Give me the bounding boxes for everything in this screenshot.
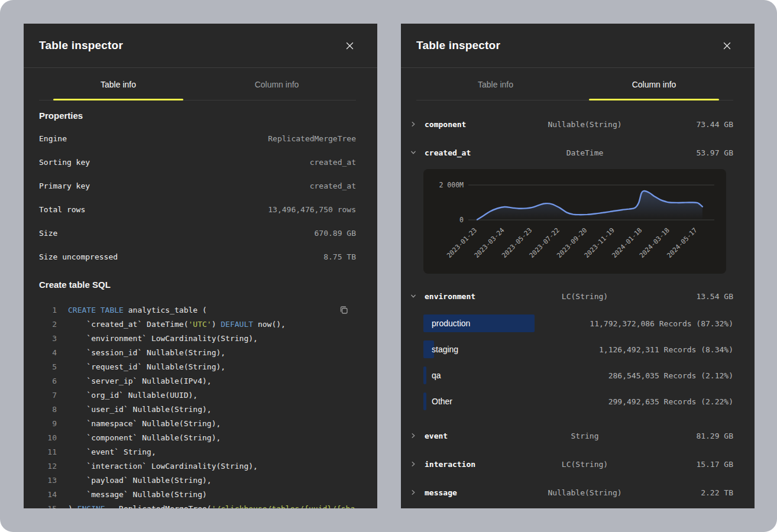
prop-row-sorting-key: Sorting keycreated_at (39, 150, 356, 174)
value-label: Other (423, 397, 452, 406)
prop-value: created_at (310, 181, 356, 190)
sql-line-9: 9 `namespace` Nullable(String), (39, 416, 356, 430)
prop-value: 13,496,476,750 rows (268, 205, 356, 214)
active-tab-underline (53, 99, 183, 100)
column-size: 81.29 GB (633, 432, 733, 440)
chevron-right-icon (410, 489, 416, 495)
prop-value: 670.89 GB (315, 229, 356, 238)
column-name: message (425, 488, 537, 497)
sql-token-plain: now(), (253, 320, 286, 329)
sql-line-15: 15) ENGINE = ReplicatedMergeTree('/click… (39, 501, 356, 508)
chevron-right-icon (410, 433, 416, 439)
tab-table-info[interactable]: Table info (39, 68, 198, 100)
prop-row-primary-key: Primary keycreated_at (39, 174, 356, 197)
value-label: production (423, 319, 470, 328)
value-records: 1,126,492,311 Records (8.34%) (599, 345, 733, 354)
tab-label: Column info (255, 80, 299, 89)
tab-label: Column info (632, 80, 676, 89)
tab-column-info[interactable]: Column info (198, 68, 356, 100)
prop-row-total-rows: Total rows13,496,476,750 rows (39, 197, 356, 221)
chevron (410, 461, 425, 467)
chevron-right-icon (410, 461, 416, 467)
prop-value: 8.75 TB (323, 252, 356, 261)
sql-token-plain: `org_id` Nullable(UUID), (68, 391, 198, 400)
column-type: DateTime (537, 148, 633, 157)
line-number: 12 (39, 462, 57, 471)
tab-column-info[interactable]: Column info (575, 68, 733, 100)
sql-token-plain: ) (212, 320, 221, 329)
column-type: LC(String) (537, 460, 633, 469)
table-info-body: Properties EngineReplicatedMergeTreeSort… (24, 110, 377, 508)
tab-bar: Table info Column info (39, 68, 356, 100)
dialog-header: Table inspector (401, 24, 755, 68)
prop-label: Primary key (39, 181, 90, 190)
column-row-created_at[interactable]: created_atDateTime53.97 GB (401, 138, 755, 167)
chevron-right-icon (410, 121, 416, 127)
column-type: Nullable(String) (537, 488, 633, 497)
sql-token-keyword: ENGINE (77, 504, 105, 509)
tab-label: Table info (478, 80, 513, 89)
sql-token-string: 'UTC' (189, 320, 212, 329)
line-number: 3 (39, 334, 57, 343)
sql-token-plain: `user_id` Nullable(String), (68, 405, 212, 414)
tab-underline (212, 99, 342, 100)
close-icon (346, 42, 354, 50)
prop-row-size-uncompressed: Size uncompressed8.75 TB (39, 245, 356, 268)
sql-token-plain: = ReplicatedMergeTree( (105, 504, 212, 509)
column-name: component (425, 120, 537, 129)
column-row-interaction[interactable]: interactionLC(String)15.17 GB (401, 450, 755, 478)
value-records: 299,492,635 Records (2.22%) (608, 397, 733, 406)
column-row-message[interactable]: messageNullable(String)2.22 TB (401, 478, 755, 507)
sql-token-plain: `event` String, (68, 447, 156, 456)
y-tick-label: 0 (459, 216, 464, 224)
chevron (410, 433, 425, 439)
copy-button[interactable] (338, 304, 350, 318)
sql-token-plain: `payload` Nullable(String), (68, 476, 212, 485)
value-records: 286,545,035 Records (2.12%) (608, 371, 733, 380)
line-number: 11 (39, 447, 57, 456)
prop-label: Size uncompressed (39, 252, 118, 261)
line-number: 5 (39, 362, 57, 371)
chevron-down-icon (410, 150, 416, 155)
properties-list: EngineReplicatedMergeTreeSorting keycrea… (24, 126, 377, 268)
prop-label: Sorting key (39, 158, 90, 167)
tab-underline (430, 99, 561, 100)
dialog-header: Table inspector (24, 24, 377, 68)
sql-line-6: 6 `server_ip` Nullable(IPv4), (39, 374, 356, 388)
sql-token-plain: `message` Nullable(String) (68, 490, 207, 499)
column-size: 73.44 GB (633, 120, 733, 129)
column-row-environment[interactable]: environmentLC(String)13.54 GB (401, 282, 755, 310)
sql-line-13: 13 `payload` Nullable(String), (39, 473, 356, 487)
sql-token-plain: `namespace` Nullable(String), (68, 419, 221, 428)
sql-line-2: 2 `created_at` DateTime('UTC') DEFAULT n… (39, 317, 356, 331)
sql-token-keyword: CREATE TABLE (68, 306, 124, 314)
close-button[interactable] (344, 40, 356, 52)
prop-label: Total rows (39, 205, 85, 214)
chevron-down-icon (410, 293, 416, 299)
y-tick-label: 2 000M (439, 181, 464, 189)
sql-token-plain: `component` Nullable(String), (68, 433, 221, 442)
create-table-sql-heading: Create table SQL (39, 279, 356, 291)
close-button[interactable] (721, 40, 733, 52)
dialog-title: Table inspector (39, 39, 123, 52)
sql-line-11: 11 `event` String, (39, 445, 356, 459)
columns-list: componentNullable(String)73.44 GBcreated… (401, 100, 755, 507)
close-icon (723, 42, 731, 50)
tab-table-info[interactable]: Table info (416, 68, 575, 100)
area-chart-svg: 2 000M02023-01-232023-03-242023-05-23202… (423, 169, 726, 274)
sql-token-plain: ) (68, 504, 77, 509)
sql-token-plain: `interaction` LowCardinality(String), (68, 462, 258, 471)
breakdown-row-qa: qa286,545,035 Records (2.12%) (423, 362, 733, 388)
line-number: 4 (39, 348, 57, 357)
column-row-component[interactable]: componentNullable(String)73.44 GB (401, 110, 755, 138)
value-label: staging (423, 345, 458, 354)
line-number: 2 (39, 320, 57, 329)
line-number: 10 (39, 433, 57, 442)
column-row-event[interactable]: eventString81.29 GB (401, 421, 755, 450)
prop-value: created_at (310, 158, 356, 167)
prop-row-engine: EngineReplicatedMergeTree (39, 126, 356, 150)
sql-line-10: 10 `component` Nullable(String), (39, 430, 356, 445)
sql-token-plain: `created_at` DateTime( (68, 320, 189, 329)
sql-token-plain: `request_id` Nullable(String), (68, 362, 225, 371)
breakdown-row-production: production11,792,372,086 Records (87.32%… (423, 310, 733, 336)
